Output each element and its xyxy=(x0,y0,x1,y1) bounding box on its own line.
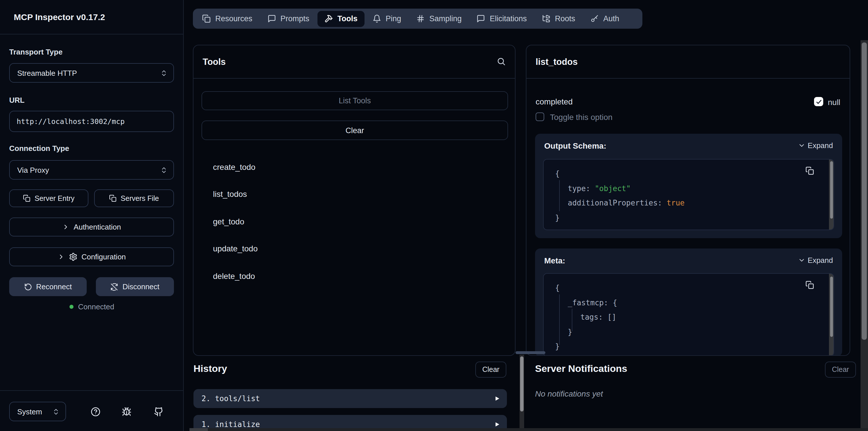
connection-type-value: Via Proxy xyxy=(17,165,160,174)
horizontal-scrollbar-thumb[interactable] xyxy=(189,428,208,431)
code-line: type: "object" xyxy=(544,181,828,196)
transport-type-value: Streamable HTTP xyxy=(17,69,160,77)
toggle-option-checkbox[interactable] xyxy=(536,113,544,121)
history-row[interactable]: 2. tools/list xyxy=(193,389,507,408)
history-row-label: 1. initialize xyxy=(202,420,494,429)
history-clear-button[interactable]: Clear xyxy=(475,362,506,378)
url-input[interactable] xyxy=(9,111,174,132)
tab-sampling[interactable]: Sampling xyxy=(409,11,469,27)
reconnect-button[interactable]: Reconnect xyxy=(9,277,87,296)
files-icon xyxy=(202,14,211,23)
history-list: 2. tools/list1. initialize xyxy=(193,389,507,431)
authentication-expander[interactable]: Authentication xyxy=(9,217,174,237)
code-scrollbar-thumb[interactable] xyxy=(830,277,833,337)
play-icon xyxy=(494,395,500,402)
tab-ping[interactable]: Ping xyxy=(366,11,408,27)
tab-roots[interactable]: Roots xyxy=(535,11,582,27)
url-label: URL xyxy=(9,96,24,104)
tab-tools[interactable]: Tools xyxy=(317,11,365,27)
page-scrollbar-thumb[interactable] xyxy=(862,42,867,340)
notifications-title: Server Notifications xyxy=(535,363,627,375)
theme-value: System xyxy=(17,407,52,416)
tab-label: Sampling xyxy=(429,14,462,23)
tool-detail-header: list_todos xyxy=(526,45,849,79)
tab-label: Ping xyxy=(386,14,401,23)
clear-tools-button[interactable]: Clear xyxy=(202,121,508,140)
code-line: { xyxy=(544,166,828,181)
list-tools-button[interactable]: List Tools xyxy=(202,91,508,110)
meta-title: Meta: xyxy=(544,256,565,265)
hammer-icon xyxy=(324,14,333,23)
theme-select[interactable]: System xyxy=(9,402,66,421)
configuration-expander[interactable]: Configuration xyxy=(9,247,174,266)
code-scrollbar-thumb[interactable] xyxy=(830,161,833,219)
output-schema-expand-button[interactable]: Expand xyxy=(798,141,833,150)
server-entry-label: Server Entry xyxy=(35,194,74,202)
code-lines: {_fastmcp: {tags: []}} xyxy=(544,281,828,354)
tool-item-delete_todo[interactable]: delete_todo xyxy=(213,262,503,289)
history-scrollbar-thumb[interactable] xyxy=(520,357,524,411)
expand-label: Expand xyxy=(808,141,833,150)
null-checkbox[interactable] xyxy=(814,97,823,106)
tool-item-create_todo[interactable]: create_todo xyxy=(213,153,503,181)
help-icon[interactable] xyxy=(91,407,100,417)
disconnect-button[interactable]: Disconnect xyxy=(96,277,174,296)
transport-type-select[interactable]: Streamable HTTP xyxy=(9,63,174,83)
expand-label: Expand xyxy=(808,256,833,265)
tool-item-get_todo[interactable]: get_todo xyxy=(213,208,503,235)
tab-prompts[interactable]: Prompts xyxy=(260,11,316,27)
tool-list: create_todolist_todosget_todoupdate_todo… xyxy=(213,153,503,289)
copy-icon xyxy=(23,194,31,202)
output-schema-code: {type: "object"additionalProperties: tru… xyxy=(543,159,834,230)
notifications-clear-button[interactable]: Clear xyxy=(825,362,856,378)
code-line: _fastmcp: { xyxy=(544,295,828,310)
copy-icon[interactable] xyxy=(805,281,814,289)
param-name: completed xyxy=(536,97,572,106)
hash-icon xyxy=(416,14,425,23)
history-row-label: 2. tools/list xyxy=(202,394,494,403)
tab-resources[interactable]: Resources xyxy=(195,11,259,27)
tools-panel-title: Tools xyxy=(203,45,226,78)
connection-type-select[interactable]: Via Proxy xyxy=(9,160,174,180)
code-line: } xyxy=(544,210,828,225)
tab-label: Roots xyxy=(555,14,575,23)
code-line: } xyxy=(544,325,828,339)
tool-detail-panel: list_todos completed null Toggle this op… xyxy=(526,45,850,356)
meta-code: {_fastmcp: {tags: []}} xyxy=(543,273,834,356)
tab-auth[interactable]: Auth xyxy=(583,11,626,27)
tool-item-update_todo[interactable]: update_todo xyxy=(213,235,503,262)
history-title: History xyxy=(193,363,227,375)
code-line: { xyxy=(544,281,828,295)
meta-expand-button[interactable]: Expand xyxy=(798,256,833,265)
chevron-down-icon xyxy=(798,142,805,149)
search-icon[interactable] xyxy=(497,57,506,66)
disconnect-label: Disconnect xyxy=(123,282,160,291)
notifications-clear-label: Clear xyxy=(832,366,849,374)
clear-tools-label: Clear xyxy=(346,126,364,134)
bug-icon[interactable] xyxy=(122,407,131,417)
sidebar-footer: System xyxy=(0,390,184,431)
tab-elicitations[interactable]: Elicitations xyxy=(470,11,534,27)
meta-card: Meta: Expand {_fastmcp: {tags: []}} xyxy=(535,248,842,356)
github-icon[interactable] xyxy=(154,407,164,417)
authentication-label: Authentication xyxy=(74,223,121,231)
tools-panel-header: Tools xyxy=(193,45,515,79)
tool-item-list_todos[interactable]: list_todos xyxy=(213,181,503,208)
transport-type-label: Transport Type xyxy=(9,48,63,56)
copy-icon[interactable] xyxy=(805,166,814,175)
servers-file-label: Servers File xyxy=(121,194,159,202)
pane-resize-handle[interactable] xyxy=(516,351,546,354)
horizontal-scrollbar-track xyxy=(189,428,868,431)
server-entry-button[interactable]: Server Entry xyxy=(9,189,88,207)
chevrons-up-down-icon xyxy=(52,408,60,415)
sidebar-header: MCP Inspector v0.17.2 xyxy=(0,0,184,34)
folder-tree-icon xyxy=(541,14,550,23)
message-square-icon xyxy=(267,14,276,23)
tab-label: Tools xyxy=(338,14,358,23)
sidebar: MCP Inspector v0.17.2 Transport Type Str… xyxy=(0,0,184,431)
output-schema-title: Output Schema: xyxy=(544,141,606,150)
code-line: tags: [] xyxy=(544,310,828,325)
servers-file-button[interactable]: Servers File xyxy=(94,189,174,207)
tool-detail-title: list_todos xyxy=(536,45,578,78)
tools-panel: Tools List Tools Clear create_todolist_t… xyxy=(193,45,516,356)
